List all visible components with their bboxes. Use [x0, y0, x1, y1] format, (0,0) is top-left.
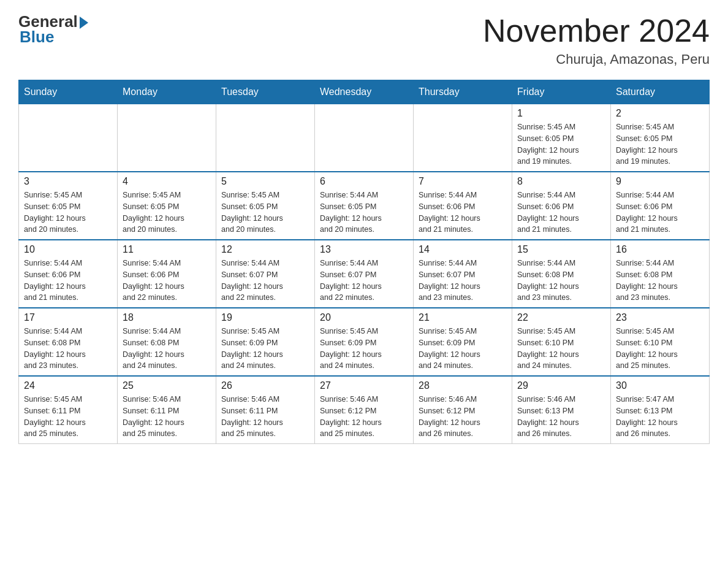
calendar-cell: [216, 104, 315, 172]
calendar-cell: 15Sunrise: 5:44 AM Sunset: 6:08 PM Dayli…: [512, 240, 611, 308]
day-number: 20: [320, 312, 408, 323]
calendar-cell: 19Sunrise: 5:45 AM Sunset: 6:09 PM Dayli…: [216, 308, 315, 376]
day-number: 8: [517, 176, 605, 187]
day-number: 13: [320, 244, 408, 255]
calendar-cell: 17Sunrise: 5:44 AM Sunset: 6:08 PM Dayli…: [19, 308, 118, 376]
calendar-week-row: 24Sunrise: 5:45 AM Sunset: 6:11 PM Dayli…: [19, 376, 710, 444]
day-number: 25: [123, 380, 211, 391]
location-text: Churuja, Amazonas, Peru: [483, 52, 710, 67]
day-number: 28: [419, 380, 507, 391]
day-number: 23: [616, 312, 704, 323]
column-header-tuesday: Tuesday: [216, 80, 315, 104]
day-info: Sunrise: 5:44 AM Sunset: 6:06 PM Dayligh…: [24, 258, 112, 304]
column-header-wednesday: Wednesday: [315, 80, 414, 104]
day-info: Sunrise: 5:46 AM Sunset: 6:11 PM Dayligh…: [221, 394, 309, 440]
day-info: Sunrise: 5:45 AM Sunset: 6:09 PM Dayligh…: [419, 326, 507, 372]
calendar-cell: [315, 104, 414, 172]
day-number: 21: [419, 312, 507, 323]
day-info: Sunrise: 5:44 AM Sunset: 6:08 PM Dayligh…: [123, 326, 211, 372]
day-number: 4: [123, 176, 211, 187]
calendar-cell: 10Sunrise: 5:44 AM Sunset: 6:06 PM Dayli…: [19, 240, 118, 308]
day-info: Sunrise: 5:45 AM Sunset: 6:05 PM Dayligh…: [517, 121, 605, 167]
day-info: Sunrise: 5:45 AM Sunset: 6:11 PM Dayligh…: [24, 394, 112, 440]
calendar-cell: 12Sunrise: 5:44 AM Sunset: 6:07 PM Dayli…: [216, 240, 315, 308]
calendar-week-row: 10Sunrise: 5:44 AM Sunset: 6:06 PM Dayli…: [19, 240, 710, 308]
calendar-cell: 23Sunrise: 5:45 AM Sunset: 6:10 PM Dayli…: [611, 308, 710, 376]
calendar-cell: [414, 104, 512, 172]
calendar-cell: 8Sunrise: 5:44 AM Sunset: 6:06 PM Daylig…: [512, 172, 611, 240]
day-info: Sunrise: 5:45 AM Sunset: 6:09 PM Dayligh…: [320, 326, 408, 372]
day-number: 16: [616, 244, 704, 255]
calendar-cell: 1Sunrise: 5:45 AM Sunset: 6:05 PM Daylig…: [512, 104, 611, 172]
calendar-cell: 25Sunrise: 5:46 AM Sunset: 6:11 PM Dayli…: [118, 376, 216, 444]
day-number: 17: [24, 312, 112, 323]
day-info: Sunrise: 5:46 AM Sunset: 6:13 PM Dayligh…: [517, 394, 605, 440]
day-info: Sunrise: 5:45 AM Sunset: 6:10 PM Dayligh…: [616, 326, 704, 372]
day-info: Sunrise: 5:44 AM Sunset: 6:06 PM Dayligh…: [616, 190, 704, 236]
calendar-cell: 11Sunrise: 5:44 AM Sunset: 6:06 PM Dayli…: [118, 240, 216, 308]
day-number: 12: [221, 244, 309, 255]
calendar-cell: 24Sunrise: 5:45 AM Sunset: 6:11 PM Dayli…: [19, 376, 118, 444]
day-number: 29: [517, 380, 605, 391]
day-number: 26: [221, 380, 309, 391]
calendar-week-row: 3Sunrise: 5:45 AM Sunset: 6:05 PM Daylig…: [19, 172, 710, 240]
calendar-cell: 30Sunrise: 5:47 AM Sunset: 6:13 PM Dayli…: [611, 376, 710, 444]
calendar-cell: 18Sunrise: 5:44 AM Sunset: 6:08 PM Dayli…: [118, 308, 216, 376]
day-number: 27: [320, 380, 408, 391]
day-number: 30: [616, 380, 704, 391]
day-number: 15: [517, 244, 605, 255]
day-info: Sunrise: 5:45 AM Sunset: 6:05 PM Dayligh…: [123, 190, 211, 236]
day-info: Sunrise: 5:44 AM Sunset: 6:08 PM Dayligh…: [517, 258, 605, 304]
day-info: Sunrise: 5:45 AM Sunset: 6:05 PM Dayligh…: [616, 121, 704, 167]
day-info: Sunrise: 5:45 AM Sunset: 6:05 PM Dayligh…: [24, 190, 112, 236]
title-block: November 2024 Churuja, Amazonas, Peru: [483, 12, 710, 67]
day-number: 9: [616, 176, 704, 187]
calendar-cell: 6Sunrise: 5:44 AM Sunset: 6:05 PM Daylig…: [315, 172, 414, 240]
calendar-week-row: 1Sunrise: 5:45 AM Sunset: 6:05 PM Daylig…: [19, 104, 710, 172]
day-info: Sunrise: 5:47 AM Sunset: 6:13 PM Dayligh…: [616, 394, 704, 440]
day-info: Sunrise: 5:44 AM Sunset: 6:07 PM Dayligh…: [419, 258, 507, 304]
calendar-cell: 5Sunrise: 5:45 AM Sunset: 6:05 PM Daylig…: [216, 172, 315, 240]
day-number: 18: [123, 312, 211, 323]
day-info: Sunrise: 5:44 AM Sunset: 6:06 PM Dayligh…: [517, 190, 605, 236]
calendar-cell: [118, 104, 216, 172]
calendar-cell: 21Sunrise: 5:45 AM Sunset: 6:09 PM Dayli…: [414, 308, 512, 376]
page-header: General Blue November 2024 Churuja, Amaz…: [18, 12, 710, 67]
column-header-monday: Monday: [118, 80, 216, 104]
calendar-cell: 27Sunrise: 5:46 AM Sunset: 6:12 PM Dayli…: [315, 376, 414, 444]
day-info: Sunrise: 5:46 AM Sunset: 6:11 PM Dayligh…: [123, 394, 211, 440]
calendar-cell: 7Sunrise: 5:44 AM Sunset: 6:06 PM Daylig…: [414, 172, 512, 240]
day-number: 6: [320, 176, 408, 187]
column-header-thursday: Thursday: [414, 80, 512, 104]
day-number: 24: [24, 380, 112, 391]
day-number: 10: [24, 244, 112, 255]
day-number: 3: [24, 176, 112, 187]
day-info: Sunrise: 5:46 AM Sunset: 6:12 PM Dayligh…: [320, 394, 408, 440]
calendar-cell: 22Sunrise: 5:45 AM Sunset: 6:10 PM Dayli…: [512, 308, 611, 376]
day-number: 19: [221, 312, 309, 323]
calendar-table: SundayMondayTuesdayWednesdayThursdayFrid…: [18, 80, 710, 444]
calendar-cell: 16Sunrise: 5:44 AM Sunset: 6:08 PM Dayli…: [611, 240, 710, 308]
day-info: Sunrise: 5:44 AM Sunset: 6:06 PM Dayligh…: [419, 190, 507, 236]
day-info: Sunrise: 5:45 AM Sunset: 6:10 PM Dayligh…: [517, 326, 605, 372]
month-title: November 2024: [483, 12, 710, 49]
column-header-sunday: Sunday: [19, 80, 118, 104]
calendar-cell: 14Sunrise: 5:44 AM Sunset: 6:07 PM Dayli…: [414, 240, 512, 308]
calendar-cell: 13Sunrise: 5:44 AM Sunset: 6:07 PM Dayli…: [315, 240, 414, 308]
column-header-saturday: Saturday: [611, 80, 710, 104]
day-info: Sunrise: 5:44 AM Sunset: 6:07 PM Dayligh…: [320, 258, 408, 304]
calendar-week-row: 17Sunrise: 5:44 AM Sunset: 6:08 PM Dayli…: [19, 308, 710, 376]
day-number: 7: [419, 176, 507, 187]
calendar-cell: 29Sunrise: 5:46 AM Sunset: 6:13 PM Dayli…: [512, 376, 611, 444]
day-info: Sunrise: 5:44 AM Sunset: 6:05 PM Dayligh…: [320, 190, 408, 236]
calendar-cell: 9Sunrise: 5:44 AM Sunset: 6:06 PM Daylig…: [611, 172, 710, 240]
calendar-cell: [19, 104, 118, 172]
day-number: 22: [517, 312, 605, 323]
calendar-cell: 4Sunrise: 5:45 AM Sunset: 6:05 PM Daylig…: [118, 172, 216, 240]
day-info: Sunrise: 5:45 AM Sunset: 6:09 PM Dayligh…: [221, 326, 309, 372]
day-number: 14: [419, 244, 507, 255]
day-info: Sunrise: 5:45 AM Sunset: 6:05 PM Dayligh…: [221, 190, 309, 236]
logo-arrow-icon: [80, 17, 88, 29]
day-number: 5: [221, 176, 309, 187]
calendar-cell: 20Sunrise: 5:45 AM Sunset: 6:09 PM Dayli…: [315, 308, 414, 376]
